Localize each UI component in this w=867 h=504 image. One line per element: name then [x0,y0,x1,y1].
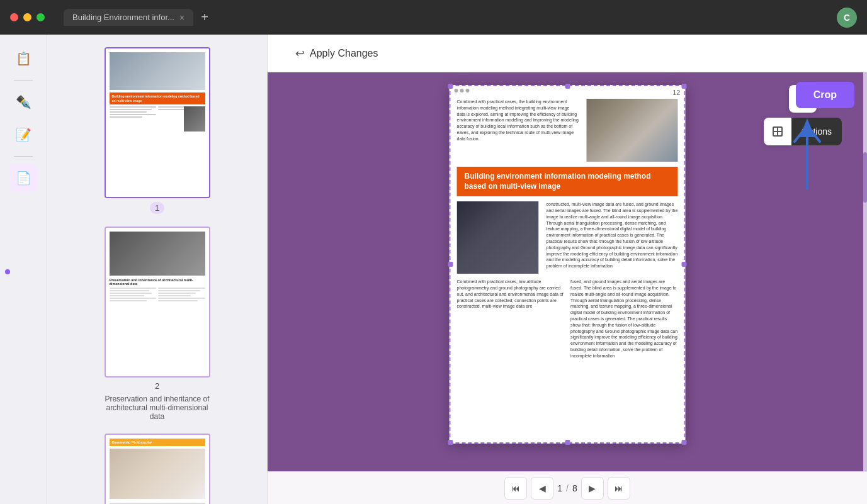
toolbar: ↩ Apply Changes [268,35,867,72]
new-tab-button[interactable]: + [196,9,213,26]
crop-handle-tm[interactable] [565,84,570,89]
page-info: 1 / 8 [557,483,577,493]
svg-marker-3 [800,118,815,137]
thumb-heading-2: Preservation and inheritance of architec… [110,278,205,286]
content-wrapper: ↩ Apply Changes 12 Combined with [268,35,867,504]
nav-prev-page[interactable]: ◀ [531,477,553,500]
crop-handle-br[interactable] [682,440,687,445]
crop-selection-overlay[interactable] [450,85,686,444]
crop-button[interactable]: Crop [796,82,854,108]
nav-last-page[interactable]: ⏭ [608,477,630,500]
thumb-image-3 [110,449,205,499]
crop-handle-mr[interactable] [682,262,687,267]
thumb-number-1: 1 [150,202,164,214]
nav-next-page[interactable]: ▶ [581,477,604,500]
thumb-text-1 [110,106,205,132]
close-window-button[interactable] [10,13,18,21]
thumb-image-1 [110,52,205,90]
current-page: 1 [557,483,562,493]
crop-handle-tl[interactable] [448,84,453,89]
titlebar: Building Environment infor... × + C [0,0,867,35]
navigation-bar: ⏮ ◀ 1 / 8 ▶ ⏭ [268,471,867,504]
sidebar-item-pages[interactable]: 📄 [9,164,37,192]
thumb-wrapper-2[interactable]: Preservation and inheritance of architec… [105,227,210,378]
crop-handle-bm[interactable] [565,440,570,445]
sidebar-item-pen[interactable]: ✒️ [9,88,37,116]
arrow-svg [788,113,826,195]
thumb-banner-3: Geometric Philosophy [110,439,205,446]
sidebar-item-document[interactable]: 📋 [9,45,37,72]
avatar: C [837,8,857,28]
thumbnail-page-2[interactable]: Preservation and inheritance of architec… [62,227,252,421]
page-separator: / [566,483,569,493]
thumb-image-2 [110,232,205,276]
crop-tool-icon [771,125,785,138]
thumb-label-2: Preservation and inheritance of architec… [105,395,210,421]
nav-first-page[interactable]: ⏮ [504,477,527,500]
tab-title: Building Environment infor... [72,13,174,22]
sidebar-icons: 📋 ✒️ 📝 📄 [0,35,47,504]
thumbnail-page-1[interactable]: Building environment information modelin… [62,47,252,214]
arrow-indicator [788,113,826,198]
crop-tool-button[interactable] [764,118,791,145]
scrollbar[interactable] [863,72,867,471]
sidebar-divider-1 [14,80,33,81]
apply-changes-icon: ↩ [295,47,305,60]
sidebar-divider-2 [14,156,33,157]
main-layout: 📋 ✒️ 📝 📄 Building environment informatio… [0,35,867,504]
maximize-window-button[interactable] [37,13,45,21]
thumb-image-1b [184,106,205,132]
thumb-banner-1: Building environment information modelin… [110,92,205,104]
thumb-text-2 [110,288,205,303]
thumb-number-2: 2 [155,381,159,391]
document-viewer: 12 Combined with practical cases, the bu… [268,72,867,504]
thumb-content-3: Geometric Philosophy [106,435,209,504]
pages-icon: 📄 [16,171,31,186]
thumbnail-page-3[interactable]: Geometric Philosophy Philosophy [62,434,252,504]
thumb-wrapper-1[interactable]: Building environment information modelin… [105,47,210,198]
sidebar-active-indicator [5,269,10,274]
annotation-icon: 📝 [16,127,31,142]
pen-icon: ✒️ [16,94,31,109]
traffic-lights [10,13,45,21]
thumb-content-1: Building environment information modelin… [106,48,209,197]
tab-main[interactable]: Building Environment infor... × [64,9,193,26]
document-icon: 📋 [16,51,31,66]
crop-handle-bl[interactable] [448,440,453,445]
total-pages: 8 [572,483,577,493]
scroll-thumb[interactable] [863,152,867,203]
thumbnails-panel: Building environment information modelin… [47,35,268,504]
thumb-wrapper-3[interactable]: Geometric Philosophy [105,434,210,504]
sidebar-item-annotation[interactable]: 📝 [9,121,37,148]
tab-area: Building Environment infor... × + [64,9,830,26]
apply-changes-label: Apply Changes [310,48,378,59]
tab-close-icon[interactable]: × [179,13,184,22]
crop-handle-ml[interactable] [448,262,453,267]
thumb-content-2: Preservation and inheritance of architec… [106,228,209,376]
minimize-window-button[interactable] [23,13,31,21]
apply-changes-button[interactable]: ↩ Apply Changes [283,40,391,67]
crop-handle-tr[interactable] [682,84,687,89]
